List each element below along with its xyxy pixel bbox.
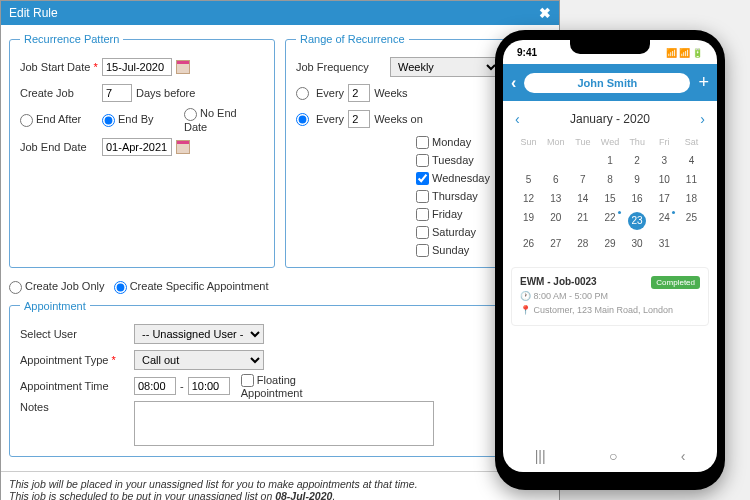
time-from-input[interactable]: [134, 377, 176, 395]
frequency-select[interactable]: Weekly: [390, 57, 500, 77]
calendar-day: [515, 155, 542, 166]
create-job-only-radio[interactable]: [9, 281, 22, 294]
notes-label: Notes: [20, 401, 130, 413]
dialog-header: Edit Rule ✖: [1, 1, 559, 25]
calendar-day[interactable]: 12: [515, 193, 542, 204]
job-location: 📍 Customer, 123 Main Road, London: [520, 304, 700, 318]
frequency-label: Job Frequency: [296, 61, 386, 73]
plus-icon[interactable]: +: [698, 72, 709, 93]
calendar-day[interactable]: 17: [651, 193, 678, 204]
calendar-day[interactable]: 28: [569, 238, 596, 249]
recurrence-legend: Recurrence Pattern: [20, 33, 123, 45]
calendar-icon[interactable]: [176, 60, 190, 74]
recurrence-pattern-fieldset: Recurrence Pattern Job Start Date * Crea…: [9, 33, 275, 268]
day-checkbox[interactable]: [416, 190, 429, 203]
edit-rule-dialog: Edit Rule ✖ Recurrence Pattern Job Start…: [0, 0, 560, 500]
close-icon[interactable]: ✖: [539, 5, 551, 21]
every-weeks-on-radio[interactable]: [296, 113, 309, 126]
calendar-nav: ‹ January - 2020 ›: [515, 111, 705, 127]
calendar-day[interactable]: 30: [624, 238, 651, 249]
dialog-title: Edit Rule: [9, 6, 58, 20]
end-date-input[interactable]: [102, 138, 172, 156]
calendar-day[interactable]: 26: [515, 238, 542, 249]
start-date-label: Job Start Date *: [20, 61, 98, 73]
create-job-label: Create Job: [20, 87, 98, 99]
calendar-day[interactable]: 16: [624, 193, 651, 204]
days-before-input[interactable]: [102, 84, 132, 102]
calendar-day[interactable]: 15: [596, 193, 623, 204]
select-user-label: Select User: [20, 328, 130, 340]
end-after-radio[interactable]: [20, 114, 33, 127]
calendar-day[interactable]: 18: [678, 193, 705, 204]
home-icon[interactable]: ○: [609, 448, 617, 464]
calendar-day[interactable]: 10: [651, 174, 678, 185]
back-nav-icon[interactable]: ‹: [681, 448, 686, 464]
calendar-day[interactable]: 24: [651, 212, 678, 230]
phone-time: 9:41: [517, 47, 537, 58]
end-by-radio[interactable]: [102, 114, 115, 127]
calendar-day[interactable]: 23: [624, 212, 651, 230]
calendar-icon[interactable]: [176, 140, 190, 154]
every-weeks-on-input[interactable]: [348, 110, 370, 128]
job-time: 🕐 8:00 AM - 5:00 PM: [520, 290, 700, 304]
back-icon[interactable]: ‹: [511, 74, 516, 92]
phone-notch: [570, 40, 650, 54]
day-checkbox[interactable]: [416, 226, 429, 239]
create-mode-row: Create Job Only Create Specific Appointm…: [9, 280, 551, 294]
calendar-day[interactable]: 29: [596, 238, 623, 249]
calendar-day: [569, 155, 596, 166]
calendar-day[interactable]: 19: [515, 212, 542, 230]
appointment-fieldset: Appointment Select User -- Unassigned Us…: [9, 300, 551, 458]
every-weeks-radio[interactable]: [296, 87, 309, 100]
no-end-radio[interactable]: [184, 108, 197, 121]
day-checkbox[interactable]: [416, 172, 429, 185]
end-date-label: Job End Date: [20, 141, 98, 153]
calendar-day[interactable]: 2: [624, 155, 651, 166]
status-icons: 📶📶🔋: [664, 47, 703, 58]
calendar-day[interactable]: 6: [542, 174, 569, 185]
calendar-day: [542, 155, 569, 166]
day-checkbox[interactable]: [416, 136, 429, 149]
calendar-day[interactable]: 5: [515, 174, 542, 185]
calendar-day[interactable]: 21: [569, 212, 596, 230]
appointment-legend: Appointment: [20, 300, 90, 312]
calendar-day[interactable]: 11: [678, 174, 705, 185]
calendar-day[interactable]: 3: [651, 155, 678, 166]
calendar-day[interactable]: 25: [678, 212, 705, 230]
day-checkbox[interactable]: [416, 244, 429, 257]
phone-app-header: ‹ John Smith +: [503, 64, 717, 101]
day-checkbox[interactable]: [416, 208, 429, 221]
select-user-select[interactable]: -- Unassigned User --: [134, 324, 264, 344]
phone-nav-bar: ||| ○ ‹: [503, 440, 717, 472]
status-badge: Completed: [651, 276, 700, 289]
create-specific-radio[interactable]: [114, 281, 127, 294]
prev-month-icon[interactable]: ‹: [515, 111, 520, 127]
time-to-input[interactable]: [188, 377, 230, 395]
start-date-input[interactable]: [102, 58, 172, 76]
calendar-day[interactable]: 1: [596, 155, 623, 166]
appt-type-select[interactable]: Call out: [134, 350, 264, 370]
calendar-day[interactable]: 20: [542, 212, 569, 230]
recents-icon[interactable]: |||: [535, 448, 546, 464]
notes-textarea[interactable]: [134, 401, 434, 446]
day-checkbox[interactable]: [416, 154, 429, 167]
job-card[interactable]: Completed EWM - Job-0023 🕐 8:00 AM - 5:0…: [511, 267, 709, 326]
floating-checkbox[interactable]: [241, 374, 254, 387]
user-pill[interactable]: John Smith: [524, 73, 690, 93]
every-weeks-input[interactable]: [348, 84, 370, 102]
calendar-day[interactable]: 14: [569, 193, 596, 204]
calendar-day[interactable]: 22: [596, 212, 623, 230]
appt-type-label: Appointment Type *: [20, 354, 130, 366]
days-before-suffix: Days before: [136, 87, 195, 99]
calendar-day[interactable]: 9: [624, 174, 651, 185]
calendar-day[interactable]: 27: [542, 238, 569, 249]
range-legend: Range of Recurrence: [296, 33, 409, 45]
phone-mockup: 9:41 📶📶🔋 ‹ John Smith + ‹ January - 2020…: [495, 30, 725, 490]
calendar-day: [678, 238, 705, 249]
calendar-day[interactable]: 13: [542, 193, 569, 204]
calendar-day[interactable]: 7: [569, 174, 596, 185]
calendar-day[interactable]: 4: [678, 155, 705, 166]
calendar-day[interactable]: 31: [651, 238, 678, 249]
calendar-day[interactable]: 8: [596, 174, 623, 185]
next-month-icon[interactable]: ›: [700, 111, 705, 127]
